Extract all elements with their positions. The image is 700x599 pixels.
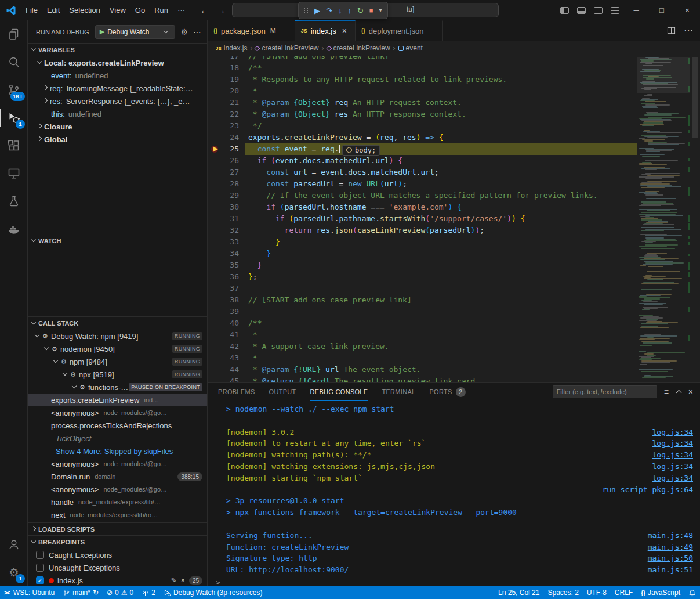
console-source-link[interactable]: log.js:34 [652,461,693,472]
stack-frame[interactable]: exports.createLinkPreviewind… [28,394,207,406]
callstack-session[interactable]: ⚙Debug Watch: npm [9419]RUNNING [28,330,207,342]
callstack-session[interactable]: ⚙npx [9519]RUNNING [28,368,207,381]
code-line-17[interactable]: 17// [START add_ons_preview_link] [208,56,700,62]
callstack-session[interactable]: ⚙nodemon [9450]RUNNING [28,342,207,355]
activity-search[interactable] [0,48,28,76]
continue-button[interactable]: ▶ [314,7,320,15]
code-line-39[interactable]: 39 [208,306,700,317]
activity-source-control[interactable]: 1K+ [0,76,28,104]
editor-scrollbar[interactable] [690,56,700,382]
menu-overflow[interactable]: ⋯ [173,3,190,17]
breadcrumb-event[interactable]: event [398,44,423,52]
code-line-40[interactable]: 40/** [208,317,700,329]
scope-row[interactable]: Local: exports.createLinkPreview [28,56,207,69]
code-line-31[interactable]: 31 if (parsedUrl.pathname.startsWith('/s… [208,213,700,225]
code-line-34[interactable]: 34 } [208,248,700,259]
breadcrumb-createLinkPreview[interactable]: createLinkPreview [327,44,390,52]
forward-arrow[interactable]: → [217,5,226,15]
panel-tab-output[interactable]: OUTPUT [269,383,296,401]
eol-setting[interactable]: CRLF [611,586,637,599]
console-source-link[interactable]: main.js:49 [648,542,693,553]
variable-row[interactable]: this:undefined [28,107,207,120]
console-source-link[interactable]: log.js:34 [652,427,693,438]
menu-run[interactable]: Run [150,3,173,17]
watch-section-header[interactable]: WATCH [28,234,207,247]
breakpoint-checkbox[interactable] [36,564,44,572]
activity-run-and-debug[interactable]: 1 [0,104,28,132]
variables-section-header[interactable]: VARIABLES [28,44,207,56]
code-line-32[interactable]: 32 return res.json(caseLinkPreview(parse… [208,225,700,236]
close-panel-icon[interactable]: × [688,388,693,396]
editor-more-actions-icon[interactable]: ⋯ [684,25,693,36]
stack-frame[interactable]: Show 4 More: Skipped by skipFiles [28,445,207,457]
breakpoint-row[interactable]: Uncaught Exceptions [28,561,207,574]
tab-package.json[interactable]: {}package.jsonM× [208,20,295,41]
stack-frame[interactable]: nextnode_modules/express/lib/ro… [28,508,207,521]
code-line-19[interactable]: 19 * Responds to any HTTP request relate… [208,74,700,85]
console-source-link[interactable]: log.js:34 [652,438,693,449]
stack-frame[interactable]: TickObject [28,432,207,445]
stack-frame[interactable]: process.processTicksAndRejections [28,419,207,432]
stack-frame[interactable]: <anonymous>node_modules/@go… [28,406,207,419]
breakpoint-checkbox[interactable]: ✓ [36,576,44,584]
code-line-29[interactable]: 29 // If the event object URL matches a … [208,190,700,201]
menu-go[interactable]: Go [130,3,150,17]
language-mode[interactable]: {} JavaScript [637,586,684,599]
toggle-secondary-sidebar-icon[interactable] [594,7,603,14]
code-editor[interactable]: 17// [START add_ons_preview_link]18/**19… [208,56,700,382]
step-out-button[interactable]: ↑ [347,7,351,15]
panel-tab-debug-console[interactable]: DEBUG CONSOLE [310,383,368,401]
code-line-20[interactable]: 20 * [208,85,700,97]
tab-index.js[interactable]: JSindex.js× [295,20,356,41]
code-line-44[interactable]: 44 * @param {!URL} url The event object. [208,364,700,376]
panel-tab-ports[interactable]: PORTS2 [429,383,465,401]
stack-frame[interactable]: handlenode_modules/express/lib/… [28,496,207,508]
console-source-link[interactable]: main.js:51 [648,564,693,576]
indentation-setting[interactable]: Spaces: 2 [543,586,582,599]
problems-indicator[interactable]: ⊘ 0 ⚠ 0 [103,586,137,599]
edit-breakpoint-icon[interactable]: ✎ [171,576,177,584]
split-editor-icon[interactable] [667,26,676,35]
breakpoint-row[interactable]: Caught Exceptions [28,549,207,561]
remote-indicator[interactable]: >< WSL: Ubuntu [0,586,59,599]
activity-testing[interactable] [0,187,28,215]
stack-frame[interactable]: <anonymous>node_modules/@go… [28,457,207,470]
breakpoints-section-header[interactable]: BREAKPOINTS [28,536,207,549]
tab-deployment.json[interactable]: {}deployment.json× [356,20,443,41]
activity-settings[interactable]: ⚙ 1 [0,558,28,586]
console-source-link[interactable]: run-script-pkg.js:64 [602,484,693,496]
debug-session-indicator[interactable]: Debug Watch (3p-resources) [159,586,267,599]
breadcrumb-createLinkPreview[interactable]: createLinkPreview [255,44,318,52]
activity-remote-explorer[interactable] [0,160,28,187]
stack-frame[interactable]: Domain.rundomain388:15 [28,470,207,483]
sidebar-more-actions-icon[interactable]: ⋯ [193,27,201,37]
menu-file[interactable]: File [21,3,42,17]
step-over-button[interactable]: ↷ [326,7,332,15]
console-source-link[interactable]: main.js:48 [648,530,693,542]
callstack-session[interactable]: ⚙npm [9484]RUNNING [28,355,207,368]
code-line-25[interactable]: 25 const event = req.body; [208,143,700,155]
cursor-position[interactable]: Ln 25, Col 21 [494,586,543,599]
encoding-setting[interactable]: UTF-8 [583,586,611,599]
panel-tab-problems[interactable]: PROBLEMS [218,383,255,401]
toggle-sidebar-icon[interactable] [560,7,569,14]
toggle-panel-icon[interactable] [577,7,586,14]
callstack-session[interactable]: ⚙functions-fra…PAUSED ON BREAKPOINT [28,381,207,394]
stop-button[interactable]: ■ [369,8,373,14]
call-stack-section-header[interactable]: CALL STACK [28,317,207,330]
loaded-scripts-section-header[interactable]: LOADED SCRIPTS [28,523,207,535]
minimize-button[interactable]: ─ [623,0,649,20]
code-line-24[interactable]: 24exports.createLinkPreview = (req, res)… [208,132,700,143]
code-line-41[interactable]: 41 * [208,329,700,341]
breakpoint-checkbox[interactable] [36,551,44,559]
command-center[interactable]: tu] ▶ ↷ ↓ ↑ ↻ ■ ▾ [232,3,499,17]
code-line-36[interactable]: 36}; [208,271,700,283]
code-line-38[interactable]: 38// [START add_ons_case_preview_link] [208,294,700,306]
activity-docker[interactable] [0,215,28,243]
variable-row[interactable]: res:ServerResponse {_events: {…}, _e… [28,95,207,107]
notifications-bell[interactable] [684,586,700,599]
code-line-45[interactable]: 45 * @return {!Card} The resulting previ… [208,376,700,382]
code-line-43[interactable]: 43 * [208,352,700,364]
console-source-link[interactable]: main.js:50 [648,553,693,564]
close-tab-icon[interactable]: × [340,26,349,35]
